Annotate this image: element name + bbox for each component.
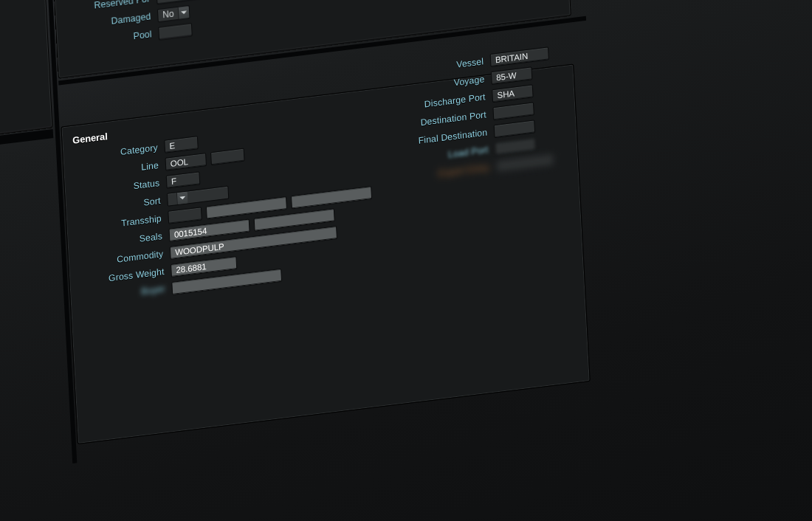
destination-port-field[interactable] bbox=[492, 102, 534, 120]
chevron-down-icon bbox=[178, 6, 190, 19]
viewport-toolbar bbox=[0, 92, 52, 159]
chevron-down-icon bbox=[176, 191, 188, 204]
transship-field[interactable] bbox=[168, 207, 202, 224]
sort-dropdown[interactable] bbox=[167, 186, 229, 207]
category-field[interactable]: E bbox=[164, 136, 199, 153]
status-field[interactable]: F bbox=[166, 171, 201, 189]
damaged-dropdown[interactable]: No bbox=[157, 5, 190, 22]
vessel-field[interactable]: BRITAIN bbox=[490, 46, 549, 67]
load-port-field[interactable] bbox=[495, 137, 537, 156]
discharge-port-field[interactable]: SHA bbox=[492, 84, 534, 103]
left-splitter[interactable] bbox=[0, 129, 53, 176]
line-field[interactable]: OOL bbox=[165, 153, 207, 171]
extra-voyage-field[interactable] bbox=[495, 153, 554, 173]
shaded-box-icon[interactable] bbox=[0, 102, 2, 127]
pool-field[interactable] bbox=[158, 23, 193, 41]
line-extra-field[interactable] bbox=[210, 148, 245, 166]
final-destination-field[interactable] bbox=[494, 120, 536, 138]
voyage-field[interactable]: 85-W bbox=[491, 66, 533, 85]
general-panel: General Category E Line OOL Status F Sor… bbox=[61, 63, 590, 444]
